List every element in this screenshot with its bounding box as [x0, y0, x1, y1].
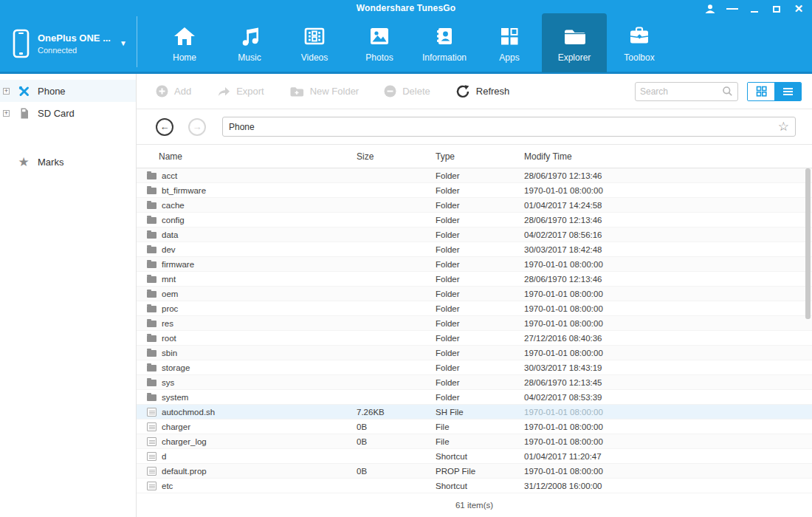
file-modify-time: 1970-01-01 08:00:00 — [520, 186, 812, 195]
table-row[interactable]: proc Folder 1970-01-01 08:00:00 — [137, 301, 812, 316]
file-modify-time: 1970-01-01 08:00:00 — [520, 437, 812, 446]
tab-videos[interactable]: Videos — [282, 15, 347, 72]
view-toggle — [747, 82, 802, 101]
explorer-icon — [562, 25, 586, 47]
home-icon — [173, 25, 196, 47]
file-modify-time: 1970-01-01 08:00:00 — [520, 422, 812, 431]
tab-toolbox[interactable]: Toolbox — [607, 15, 672, 72]
search-input[interactable] — [640, 86, 722, 97]
table-header: Name Size Type Modify Time — [137, 145, 812, 168]
apps-icon — [498, 25, 520, 47]
table-row[interactable]: acct Folder 28/06/1970 12:13:46 — [137, 168, 812, 183]
tab-apps[interactable]: Apps — [477, 15, 542, 72]
path-bar: ← → ☆ — [137, 109, 812, 145]
tab-information[interactable]: Information — [412, 15, 477, 72]
new-folder-button[interactable]: New Folder — [289, 86, 359, 97]
back-button[interactable]: ← — [156, 118, 173, 136]
table-row[interactable]: autochmod.sh 7.26KB SH File 1970-01-01 0… — [137, 405, 812, 420]
list-view-button[interactable] — [774, 83, 801, 100]
account-button[interactable] — [704, 4, 716, 14]
table-row[interactable]: sys Folder 28/06/1970 12:13:45 — [137, 375, 812, 390]
file-modify-time: 1970-01-01 08:00:00 — [520, 467, 812, 476]
add-button[interactable]: Add — [156, 85, 191, 97]
forward-button[interactable]: → — [188, 118, 206, 136]
table-row[interactable]: storage Folder 30/03/2017 18:43:19 — [137, 360, 812, 375]
file-name: res — [162, 319, 173, 328]
table-row[interactable]: config Folder 28/06/1970 12:13:46 — [137, 213, 812, 227]
file-type: Folder — [432, 319, 520, 328]
table-row[interactable]: mnt Folder 28/06/1970 12:13:46 — [137, 272, 812, 287]
file-name: oem — [162, 290, 178, 298]
file-name-cell: root — [137, 334, 353, 343]
folder-icon — [147, 350, 156, 357]
refresh-button[interactable]: Refresh — [455, 84, 510, 99]
file-icon — [147, 408, 156, 417]
tab-home[interactable]: Home — [152, 15, 217, 72]
expand-sd-card-button[interactable]: + — [3, 110, 10, 117]
device-selector[interactable]: OnePlus ONE ... Connected ▼ — [0, 15, 137, 72]
path-input[interactable] — [229, 122, 778, 132]
toolbar: Add Export New Folder Delete — [137, 74, 812, 109]
table-row[interactable]: charger 0B File 1970-01-01 08:00:00 — [137, 420, 812, 434]
column-header-size[interactable]: Size — [353, 151, 432, 162]
favorite-star-icon[interactable]: ☆ — [778, 120, 789, 133]
music-icon — [238, 25, 261, 47]
file-name-cell: acct — [137, 171, 353, 180]
file-name: charger_log — [162, 437, 207, 446]
delete-icon — [384, 85, 396, 97]
table-row[interactable]: cache Folder 01/04/2017 14:24:58 — [137, 198, 812, 213]
grid-view-icon — [756, 86, 767, 97]
folder-icon — [147, 306, 156, 312]
file-name: system — [162, 393, 188, 402]
table-row[interactable]: data Folder 04/02/2017 08:56:16 — [137, 227, 812, 242]
table-row[interactable]: bt_firmware Folder 1970-01-01 08:00:00 — [137, 183, 812, 198]
export-button[interactable]: Export — [216, 85, 264, 97]
expand-phone-button[interactable]: + — [3, 88, 10, 95]
scrollbar-thumb[interactable] — [805, 168, 811, 319]
table-row[interactable]: dev Folder 30/03/2017 18:42:48 — [137, 242, 812, 257]
folder-icon — [147, 335, 156, 342]
table-row[interactable]: firmware Folder 1970-01-01 08:00:00 — [137, 257, 812, 272]
minimize-button[interactable] — [749, 4, 760, 14]
sidebar-item-sd-card[interactable]: + SD Card — [0, 102, 136, 124]
column-header-type[interactable]: Type — [432, 151, 520, 162]
table-row[interactable]: root Folder 27/12/2016 08:40:36 — [137, 331, 812, 346]
file-name-cell: d — [137, 452, 353, 461]
file-type: File — [432, 422, 520, 431]
table-row[interactable]: etc Shortcut 31/12/2008 16:00:00 — [137, 479, 812, 493]
tunesgo-window: Wondershare TunesGo ✕ OnePlus ONE — [0, 0, 812, 517]
file-name-cell: res — [137, 319, 353, 328]
close-button[interactable]: ✕ — [793, 4, 805, 14]
table-row[interactable]: default.prop 0B PROP File 1970-01-01 08:… — [137, 464, 812, 479]
table-row[interactable]: d Shortcut 01/04/2017 11:20:47 — [137, 449, 812, 464]
tab-photos[interactable]: Photos — [347, 15, 412, 72]
column-header-name[interactable]: Name — [137, 151, 353, 162]
file-modify-time: 30/03/2017 18:43:19 — [520, 363, 812, 372]
file-type: Folder — [432, 363, 520, 372]
tab-music[interactable]: Music — [217, 15, 282, 72]
table-row[interactable]: sbin Folder 1970-01-01 08:00:00 — [137, 346, 812, 360]
sidebar-item-phone[interactable]: + Phone — [0, 80, 136, 102]
file-name-cell: sys — [137, 378, 353, 387]
file-type: Folder — [432, 393, 520, 402]
folder-icon — [147, 291, 156, 298]
file-name-cell: firmware — [137, 260, 353, 269]
table-row[interactable]: system Folder 04/02/2017 08:53:39 — [137, 390, 812, 405]
menu-button[interactable] — [726, 4, 738, 14]
table-row[interactable]: charger_log 0B File 1970-01-01 08:00:00 — [137, 434, 812, 449]
table-row[interactable]: res Folder 1970-01-01 08:00:00 — [137, 316, 812, 331]
sidebar-item-marks[interactable]: ★ Marks — [0, 151, 136, 173]
tab-explorer[interactable]: Explorer — [542, 13, 607, 72]
item-count: 61 item(s) — [455, 501, 493, 510]
file-name: cache — [162, 201, 185, 210]
videos-icon — [303, 25, 326, 47]
file-name: mnt — [162, 275, 176, 284]
grid-view-button[interactable] — [748, 83, 774, 100]
delete-button[interactable]: Delete — [384, 85, 430, 97]
column-header-modify-time[interactable]: Modify Time — [520, 151, 812, 162]
table-row[interactable]: oem Folder 1970-01-01 08:00:00 — [137, 287, 812, 301]
chevron-down-icon: ▼ — [120, 39, 127, 47]
marks-star-icon: ★ — [18, 154, 29, 170]
minimize-icon — [751, 11, 758, 13]
maximize-button[interactable] — [771, 4, 782, 14]
